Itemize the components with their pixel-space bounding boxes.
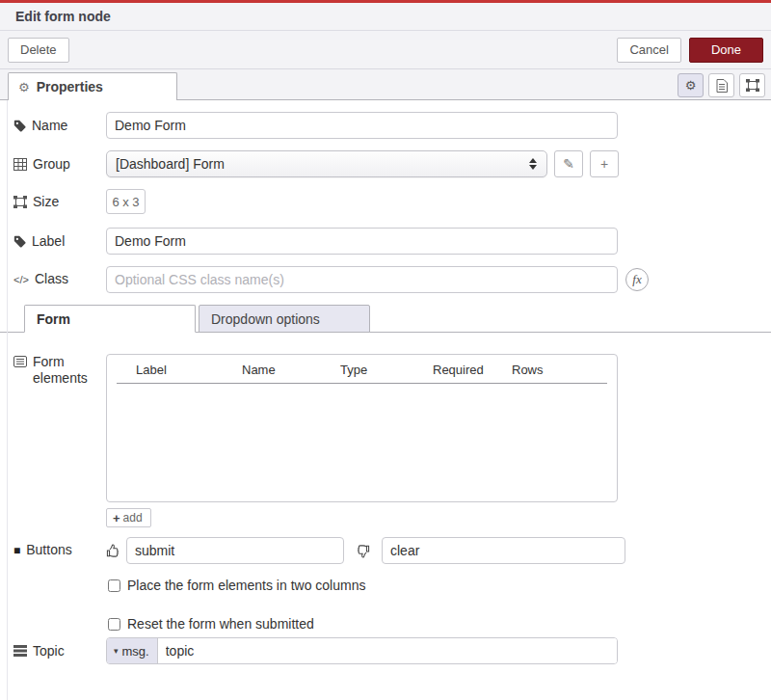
row-group: Group [Dashboard] Form ✎ +: [13, 150, 771, 177]
reset-label: Reset the form when submitted: [127, 616, 314, 632]
name-input[interactable]: [106, 112, 618, 139]
topic-label: Topic: [33, 643, 65, 660]
class-input[interactable]: [106, 266, 618, 293]
tag-icon: [13, 120, 26, 132]
code-icon: </>: [13, 272, 29, 288]
tasks-icon: [13, 645, 27, 657]
buttons-label: Buttons: [26, 542, 71, 558]
properties-panel: Name Group [Dashboard] Form: [0, 100, 771, 700]
thumbs-down-icon: [356, 544, 370, 558]
class-label: Class: [35, 271, 68, 287]
tab-dropdown-options[interactable]: Dropdown options: [199, 305, 370, 333]
gear-icon: ⚙: [685, 78, 697, 93]
group-label: Group: [33, 156, 70, 173]
topic-label-group: Topic: [13, 643, 106, 660]
tab-properties[interactable]: ⚙ Properties: [8, 72, 177, 100]
column-header-label: Label: [136, 363, 242, 377]
topic-type-label: msg.: [122, 644, 149, 659]
class-label-group: </> Class: [13, 271, 106, 288]
plus-icon: +: [113, 511, 120, 525]
clear-button-text-input[interactable]: [382, 537, 625, 564]
form-elements-list[interactable]: Label Name Type Required Rows: [106, 354, 618, 502]
form-elements-label: Form elements: [33, 354, 93, 387]
toolbar-right-group: Cancel Done: [617, 38, 763, 63]
form-elements-header: Label Name Type Required Rows: [107, 363, 617, 383]
label-label: Label: [32, 233, 65, 250]
name-label: Name: [32, 118, 67, 134]
column-header-name: Name: [242, 363, 340, 377]
reset-option[interactable]: Reset the form when submitted: [108, 616, 771, 632]
pencil-icon: ✎: [563, 156, 574, 172]
edit-group-button[interactable]: ✎: [554, 150, 583, 177]
column-header-required: Required: [433, 363, 512, 377]
cancel-button[interactable]: Cancel: [617, 38, 680, 63]
group-select-value: [Dashboard] Form: [116, 156, 225, 172]
description-button[interactable]: [708, 73, 734, 97]
label-input[interactable]: [106, 228, 618, 255]
two-columns-checkbox[interactable]: [108, 579, 120, 592]
caret-down-icon: ▾: [114, 646, 119, 656]
done-button[interactable]: Done: [689, 38, 763, 63]
fx-button[interactable]: fx: [625, 268, 649, 291]
gear-icon: ⚙: [18, 80, 30, 94]
document-icon: [716, 79, 728, 93]
column-header-type: Type: [340, 363, 433, 377]
reset-checkbox[interactable]: [108, 618, 120, 631]
object-resize-icon: [746, 79, 759, 92]
size-label: Size: [33, 194, 59, 210]
add-button-label: add: [123, 511, 143, 525]
row-form-elements: Form elements Label Name Type Required R…: [13, 354, 771, 502]
row-size: Size 6 x 3: [13, 189, 771, 214]
name-label-group: Name: [13, 118, 106, 134]
add-group-button[interactable]: +: [590, 150, 619, 177]
topic-value-input[interactable]: [158, 638, 617, 663]
dialog-toolbar: Delete Cancel Done: [0, 31, 771, 69]
row-topic: Topic ▾ msg.: [13, 637, 771, 664]
buttons-label-group: ■ Buttons: [13, 542, 106, 559]
size-button[interactable]: 6 x 3: [106, 189, 146, 214]
object-resize-icon: [13, 196, 27, 208]
row-class: </> Class fx: [13, 266, 771, 293]
table-icon: [13, 158, 27, 171]
label-label-group: Label: [13, 233, 106, 250]
dialog-title: Edit form node: [0, 3, 771, 31]
edit-form-node-dialog: Edit form node Delete Cancel Done ⚙ Prop…: [0, 0, 771, 700]
size-label-group: Size: [13, 194, 106, 210]
two-columns-label: Place the form elements in two columns: [127, 578, 365, 593]
two-columns-option[interactable]: Place the form elements in two columns: [108, 578, 771, 593]
add-element-button[interactable]: + add: [106, 508, 151, 527]
properties-tab-label: Properties: [37, 79, 103, 94]
header-divider: [117, 383, 607, 384]
list-alt-icon: [13, 356, 27, 367]
plus-icon: +: [600, 156, 608, 172]
appearance-button[interactable]: [739, 73, 765, 97]
section-tabs: Form Dropdown options: [0, 305, 771, 333]
topic-typed-input: ▾ msg.: [106, 637, 618, 664]
row-buttons: ■ Buttons: [13, 537, 771, 564]
select-stepper-icon: [529, 158, 538, 170]
row-label: Label: [13, 228, 771, 255]
row-name: Name: [13, 112, 771, 139]
form-elements-label-group: Form elements: [13, 354, 106, 387]
square-icon: ■: [13, 543, 20, 559]
tag-icon: [13, 235, 26, 248]
group-select[interactable]: [Dashboard] Form: [106, 150, 547, 177]
edit-properties-button[interactable]: ⚙: [678, 73, 704, 97]
topic-type-button[interactable]: ▾ msg.: [107, 638, 158, 663]
column-header-rows: Rows: [512, 363, 617, 377]
editor-mode-buttons: ⚙: [678, 73, 765, 97]
submit-button-text-input[interactable]: [126, 537, 344, 564]
editor-tab-row: ⚙ Properties ⚙: [0, 69, 771, 100]
delete-button[interactable]: Delete: [8, 38, 69, 63]
group-label-group: Group: [13, 156, 106, 173]
tab-form[interactable]: Form: [24, 305, 196, 333]
thumbs-up-icon: [106, 544, 120, 558]
